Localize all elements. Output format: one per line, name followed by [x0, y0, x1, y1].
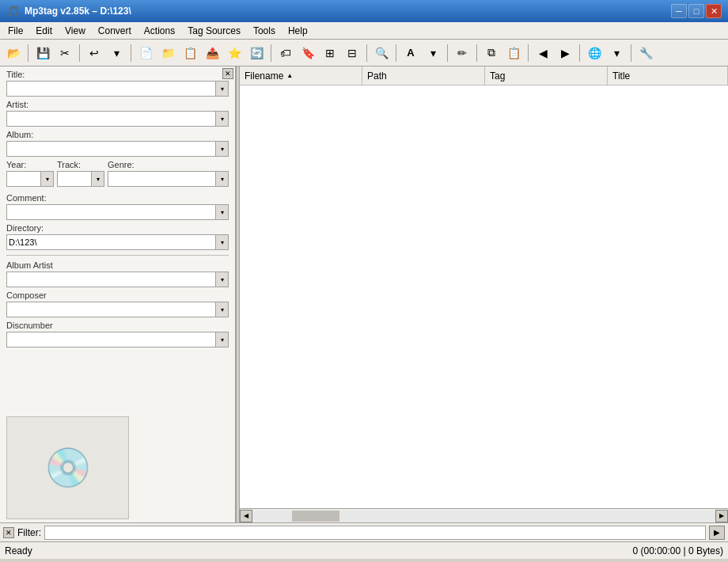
- edit-btn[interactable]: ✏: [452, 43, 472, 63]
- left-panel-close-btn[interactable]: ✕: [222, 68, 233, 79]
- copy-btn[interactable]: ⧉: [481, 43, 502, 63]
- tag-from-filename-btn[interactable]: 🏷: [275, 43, 296, 63]
- menu-help[interactable]: Help: [282, 22, 314, 40]
- filter-arrow-btn[interactable]: ▶: [709, 526, 725, 540]
- comment-input[interactable]: [6, 204, 216, 220]
- col-header-path[interactable]: Path: [362, 66, 485, 85]
- discnumber-input[interactable]: [6, 332, 216, 347]
- tb-sep2: [79, 44, 80, 62]
- tag4-btn[interactable]: ⊟: [342, 43, 362, 63]
- app-icon: 🎵: [6, 5, 20, 17]
- settings-btn[interactable]: 🔧: [635, 43, 656, 63]
- open-playlist-btn[interactable]: 📋: [180, 43, 200, 63]
- tb-sep4: [271, 44, 271, 62]
- favorite-btn[interactable]: ⭐: [224, 43, 245, 63]
- freedb-btn[interactable]: 🔍: [371, 43, 392, 63]
- genre-input[interactable]: [108, 171, 216, 187]
- text-btn[interactable]: A: [400, 43, 421, 63]
- menu-tools[interactable]: Tools: [247, 22, 282, 40]
- save-tags-btn[interactable]: 💾: [32, 43, 53, 63]
- composer-input[interactable]: [6, 302, 216, 317]
- tb-sep9: [528, 44, 529, 62]
- titlebar-left: 🎵 Mp3tag v2.85k – D:\123\: [6, 5, 131, 17]
- menu-edit[interactable]: Edit: [29, 22, 59, 40]
- title-arrow-btn[interactable]: ▾: [216, 81, 229, 97]
- discnumber-field-group: Discnumber ▾: [6, 321, 229, 347]
- close-button[interactable]: ✕: [706, 4, 722, 18]
- tb-sep3: [131, 44, 131, 62]
- directory-input[interactable]: [6, 234, 216, 250]
- album-arrow-btn[interactable]: ▾: [216, 141, 229, 157]
- filter-label: Filter:: [17, 527, 41, 538]
- col-header-tag[interactable]: Tag: [485, 66, 608, 85]
- col-header-title[interactable]: Title: [608, 66, 728, 85]
- web-btn[interactable]: 🌐: [584, 43, 605, 63]
- discnumber-arrow-btn[interactable]: ▾: [216, 332, 229, 347]
- scroll-right-btn[interactable]: ▶: [715, 510, 728, 522]
- paste-btn[interactable]: 📋: [503, 43, 524, 63]
- genre-field-group: Genre: ▾: [108, 160, 229, 187]
- menu-actions[interactable]: Actions: [138, 22, 181, 40]
- open-files-btn[interactable]: 📄: [135, 43, 156, 63]
- scroll-left-btn[interactable]: ◀: [240, 510, 252, 522]
- scroll-thumb[interactable]: [292, 511, 339, 522]
- artist-arrow-btn[interactable]: ▾: [216, 111, 229, 127]
- directory-arrow-btn[interactable]: ▾: [216, 234, 229, 250]
- genre-arrow-btn[interactable]: ▾: [216, 171, 229, 187]
- title-input-wrapper: ▾: [6, 81, 229, 97]
- album-artist-arrow-btn[interactable]: ▾: [216, 272, 229, 287]
- ytr-row: Year: ▾ Track: ▾ Genre:: [6, 160, 229, 190]
- tb-sep10: [579, 44, 580, 62]
- track-label: Track:: [57, 160, 104, 169]
- composer-arrow-btn[interactable]: ▾: [216, 302, 229, 317]
- filter-input[interactable]: [44, 526, 706, 540]
- track-arrow-btn[interactable]: ▾: [92, 171, 104, 187]
- menu-file[interactable]: File: [2, 22, 29, 40]
- artist-input-wrapper: ▾: [6, 111, 229, 127]
- fields-area: Title: ▾ Artist: ▾ Album: ▾: [0, 66, 235, 410]
- titlebar: 🎵 Mp3tag v2.85k – D:\123\ ─ □ ✕: [0, 0, 728, 22]
- filter-clear-btn[interactable]: ✕: [3, 527, 14, 538]
- track-input[interactable]: [57, 171, 92, 187]
- filter-bar: ✕ Filter: ▶: [0, 522, 728, 541]
- undo-arrow-btn[interactable]: ▾: [106, 43, 127, 63]
- open-dir-btn[interactable]: 📂: [3, 43, 24, 63]
- year-arrow-btn[interactable]: ▾: [41, 171, 54, 187]
- year-field-group: Year: ▾: [6, 160, 54, 187]
- tag-from-tag-btn[interactable]: 🔖: [298, 43, 318, 63]
- track-field-group: Track: ▾: [57, 160, 104, 187]
- artist-label: Artist:: [6, 100, 229, 109]
- album-input-wrapper: ▾: [6, 141, 229, 157]
- comment-arrow-btn[interactable]: ▾: [216, 204, 229, 220]
- menu-tag-sources[interactable]: Tag Sources: [181, 22, 247, 40]
- artist-input[interactable]: [6, 111, 216, 127]
- col-header-filename[interactable]: Filename ▲: [240, 66, 362, 85]
- tag3-btn[interactable]: ⊞: [320, 43, 340, 63]
- menu-view[interactable]: View: [59, 22, 92, 40]
- scroll-track[interactable]: [252, 511, 715, 522]
- web-arrow-btn[interactable]: ▾: [606, 43, 627, 63]
- horizontal-scrollbar: ◀ ▶: [240, 508, 728, 522]
- directory-input-wrapper: ▾: [6, 234, 229, 250]
- minimize-button[interactable]: ─: [671, 4, 687, 18]
- undo-btn[interactable]: ↩: [84, 43, 104, 63]
- album-input[interactable]: [6, 141, 216, 157]
- year-input-wrapper: ▾: [6, 171, 54, 187]
- title-input[interactable]: [6, 81, 216, 97]
- open-folder2-btn[interactable]: 📁: [157, 43, 178, 63]
- file-table-header: Filename ▲ Path Tag Title: [240, 66, 728, 85]
- tb-sep5: [366, 44, 367, 62]
- album-artist-input[interactable]: [6, 272, 216, 287]
- titlebar-title: Mp3tag v2.85k – D:\123\: [25, 6, 131, 17]
- remove-tags-btn[interactable]: ✂: [55, 43, 75, 63]
- refresh-btn[interactable]: 🔄: [246, 43, 267, 63]
- directory-label: Directory:: [6, 223, 229, 233]
- open-net-btn[interactable]: 📤: [202, 43, 222, 63]
- year-input[interactable]: [6, 171, 41, 187]
- album-artist-label: Album Artist: [6, 260, 229, 270]
- maximize-button[interactable]: □: [688, 4, 704, 18]
- next-btn[interactable]: ▶: [555, 43, 575, 63]
- text2-btn[interactable]: ▾: [423, 43, 443, 63]
- menu-convert[interactable]: Convert: [92, 22, 138, 40]
- prev-btn[interactable]: ◀: [533, 43, 553, 63]
